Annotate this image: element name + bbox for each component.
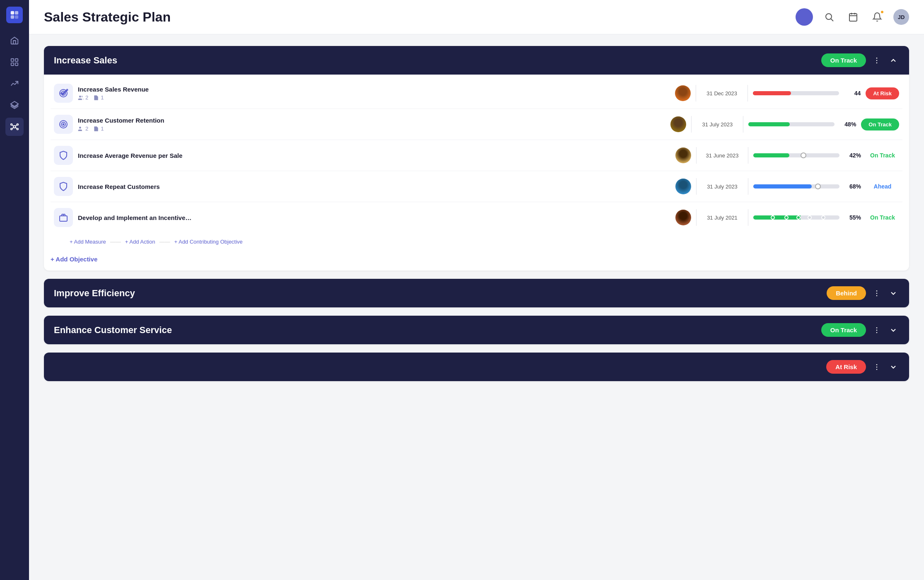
objective-info: Increase Repeat Customers bbox=[78, 183, 670, 190]
table-row: Increase Average Revenue per Sale 31 Jun… bbox=[51, 140, 902, 171]
svg-point-13 bbox=[17, 128, 19, 130]
progress-bar bbox=[753, 184, 839, 188]
avatar bbox=[675, 210, 691, 225]
objective-icon-wrap bbox=[54, 177, 73, 196]
progress-fill bbox=[753, 184, 812, 188]
group-collapse-button[interactable] bbox=[888, 361, 899, 373]
progress-bar bbox=[753, 91, 839, 95]
objective-name: Increase Customer Retention bbox=[78, 117, 665, 124]
group-header-right: Behind bbox=[827, 286, 899, 300]
table-row: Increase Repeat Customers 31 July 2023 6… bbox=[51, 171, 902, 202]
svg-point-37 bbox=[876, 292, 878, 294]
objective-meta: 2 1 bbox=[78, 126, 665, 132]
add-measure-link[interactable]: + Add Measure bbox=[70, 239, 106, 245]
group-menu-button[interactable] bbox=[871, 288, 883, 299]
svg-point-33 bbox=[63, 124, 64, 125]
objective-date: 31 July 2023 bbox=[697, 121, 738, 128]
meta-docs: 1 bbox=[93, 94, 104, 101]
add-objective-button[interactable]: + Add Objective bbox=[51, 256, 97, 263]
objective-icon-wrap bbox=[54, 208, 73, 227]
svg-rect-20 bbox=[849, 14, 857, 21]
status-badge: At Risk bbox=[866, 87, 899, 99]
divider bbox=[747, 85, 748, 102]
group-status-badge: Behind bbox=[827, 286, 866, 300]
svg-point-25 bbox=[876, 60, 878, 61]
svg-line-19 bbox=[831, 19, 834, 22]
page-title: Sales Strategic Plan bbox=[44, 10, 171, 25]
sidebar bbox=[0, 0, 29, 580]
objective-name: Increase Average Revenue per Sale bbox=[78, 152, 670, 159]
meta-count2: 1 bbox=[101, 94, 104, 101]
objectives-list-increase-sales: Increase Sales Revenue 2 1 bbox=[44, 75, 909, 234]
svg-rect-35 bbox=[60, 216, 67, 221]
objective-icon-wrap bbox=[54, 115, 73, 134]
divider bbox=[696, 85, 696, 102]
group-header-right: On Track bbox=[821, 53, 899, 67]
group-header-improve-efficiency: Improve Efficiency Behind bbox=[44, 279, 909, 307]
group-menu-button[interactable] bbox=[871, 55, 883, 66]
svg-point-11 bbox=[17, 124, 19, 126]
table-row: Develop and Implement an Incentive… 31 J… bbox=[51, 202, 902, 233]
svg-point-12 bbox=[11, 128, 12, 130]
group-increase-sales: Increase Sales On Track bbox=[44, 46, 909, 271]
group-collapse-button[interactable] bbox=[888, 288, 899, 299]
add-contributing-link[interactable]: + Add Contributing Objective bbox=[174, 239, 242, 245]
svg-rect-5 bbox=[15, 59, 18, 61]
objective-meta: 2 1 bbox=[78, 94, 670, 101]
svg-rect-3 bbox=[15, 15, 18, 19]
main-content: Sales Strategic Plan bbox=[29, 0, 924, 580]
objective-date: 31 July 2023 bbox=[701, 184, 743, 190]
group-menu-button[interactable] bbox=[871, 324, 883, 336]
progress-marker bbox=[801, 152, 806, 158]
progress-section: 48% bbox=[748, 121, 856, 128]
notifications-icon[interactable] bbox=[869, 9, 885, 25]
sidebar-item-trends[interactable] bbox=[5, 75, 24, 93]
progress-fill bbox=[748, 122, 790, 126]
add-action-link[interactable]: + Add Action bbox=[125, 239, 155, 245]
add-button[interactable] bbox=[796, 8, 813, 26]
user-avatar[interactable]: JD bbox=[893, 9, 909, 25]
sidebar-item-dashboard[interactable] bbox=[5, 53, 24, 71]
sidebar-item-nodes[interactable] bbox=[5, 118, 24, 136]
svg-point-24 bbox=[876, 57, 878, 58]
divider bbox=[691, 116, 692, 133]
logo[interactable] bbox=[6, 7, 23, 23]
objective-name: Increase Sales Revenue bbox=[78, 86, 670, 93]
calendar-icon[interactable] bbox=[845, 9, 861, 25]
group-collapse-button[interactable] bbox=[888, 324, 899, 336]
progress-percentage: 44 bbox=[844, 90, 861, 97]
group-status-badge: On Track bbox=[821, 53, 866, 67]
meta-users: 2 bbox=[78, 94, 88, 101]
sidebar-item-home[interactable] bbox=[5, 31, 24, 50]
progress-percentage: 68% bbox=[844, 183, 861, 190]
group-header-four: At Risk bbox=[44, 353, 909, 381]
objective-date: 31 July 2021 bbox=[701, 215, 743, 221]
svg-point-18 bbox=[826, 14, 832, 19]
svg-point-10 bbox=[11, 124, 12, 126]
group-menu-button[interactable] bbox=[871, 361, 883, 373]
divider bbox=[748, 209, 748, 226]
meta-docs: 1 bbox=[93, 126, 104, 132]
status-badge: On Track bbox=[866, 214, 899, 221]
svg-rect-6 bbox=[11, 63, 14, 65]
svg-line-14 bbox=[12, 125, 14, 126]
search-icon[interactable] bbox=[821, 9, 837, 25]
svg-rect-2 bbox=[11, 15, 14, 19]
svg-line-16 bbox=[12, 127, 14, 129]
objective-date: 31 Dec 2023 bbox=[701, 90, 743, 97]
objective-info: Develop and Implement an Incentive… bbox=[78, 214, 670, 221]
progress-percentage: 48% bbox=[839, 121, 856, 128]
svg-rect-0 bbox=[11, 11, 14, 15]
group-collapse-button[interactable] bbox=[888, 55, 899, 66]
progress-section: 42% bbox=[753, 152, 861, 159]
avatar bbox=[675, 147, 691, 163]
sidebar-item-layers[interactable] bbox=[5, 96, 24, 114]
group-header-increase-sales: Increase Sales On Track bbox=[44, 46, 909, 75]
progress-bar bbox=[748, 122, 835, 126]
group-four: At Risk bbox=[44, 353, 909, 381]
objective-name: Develop and Implement an Incentive… bbox=[78, 214, 670, 221]
add-links-row: + Add Measure —— + Add Action —— + Add C… bbox=[44, 234, 909, 251]
divider bbox=[696, 209, 697, 226]
group-header-enhance-customer-service: Enhance Customer Service On Track bbox=[44, 316, 909, 344]
group-improve-efficiency: Improve Efficiency Behind bbox=[44, 279, 909, 307]
